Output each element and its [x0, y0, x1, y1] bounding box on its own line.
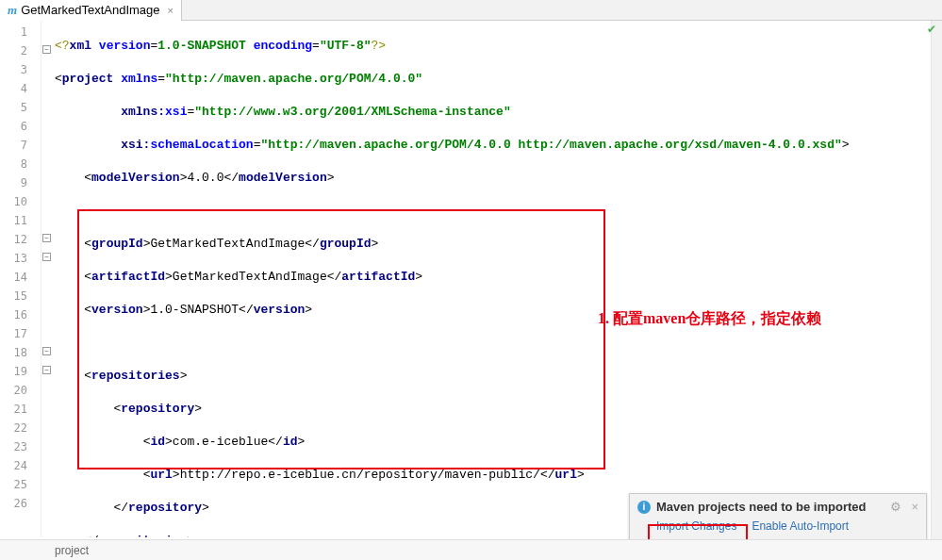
code-area[interactable]: <?xml version=1.0-SNAPSHOT encoding="UTF…: [55, 21, 942, 537]
tab-label: GetMarkedTextAndImage: [21, 3, 159, 17]
check-icon: ✔: [927, 23, 936, 36]
fold-icon[interactable]: −: [42, 366, 51, 374]
notification-title: Maven projects need to be imported: [656, 500, 884, 514]
maven-icon: m: [8, 3, 17, 18]
fold-icon[interactable]: −: [42, 45, 51, 54]
fold-icon[interactable]: −: [42, 253, 51, 261]
gear-icon[interactable]: ⚙: [890, 500, 901, 514]
notification-popup: i Maven projects need to be imported ⚙ ×…: [629, 493, 927, 543]
status-bar: project: [0, 539, 942, 560]
line-gutter: 1234567891011121314151617181920212223242…: [0, 21, 41, 537]
fold-icon[interactable]: −: [42, 234, 51, 242]
editor-tab[interactable]: m GetMarkedTextAndImage ×: [0, 0, 182, 21]
close-icon[interactable]: ×: [168, 5, 174, 16]
import-changes-link[interactable]: Import Changes: [656, 519, 736, 533]
fold-column: − − − − −: [41, 21, 55, 537]
info-icon: i: [637, 501, 651, 514]
close-icon[interactable]: ×: [911, 500, 918, 514]
annotation-text: 1. 配置maven仓库路径，指定依赖: [598, 309, 821, 329]
fold-icon[interactable]: −: [42, 347, 51, 355]
scrollbar[interactable]: [931, 21, 942, 539]
breadcrumb[interactable]: project: [55, 544, 89, 557]
enable-auto-import-link[interactable]: Enable Auto-Import: [752, 519, 849, 533]
editor[interactable]: 1234567891011121314151617181920212223242…: [0, 21, 942, 537]
tab-bar: m GetMarkedTextAndImage ×: [0, 0, 942, 21]
